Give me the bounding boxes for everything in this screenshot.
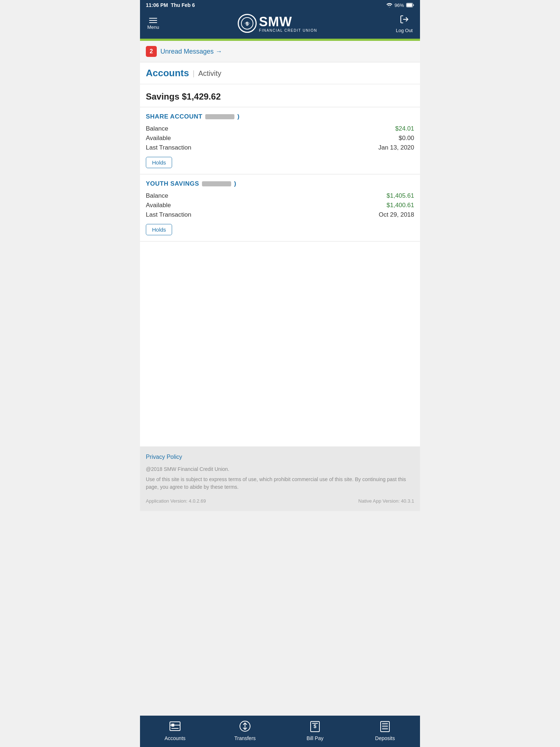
account-number-mask-2 <box>202 181 231 186</box>
youth-last-transaction-value: Oct 29, 2018 <box>379 211 414 218</box>
logout-icon <box>400 15 409 26</box>
nav-accounts-label: Accounts <box>164 735 186 741</box>
nav-bill-pay-label: Bill Pay <box>307 735 324 741</box>
deposits-icon <box>378 719 392 733</box>
bill-pay-icon: $ <box>308 719 322 733</box>
svg-rect-16 <box>382 728 388 729</box>
menu-button[interactable]: Menu <box>147 18 159 30</box>
status-bar: 11:06 PM Thu Feb 6 96% <box>140 0 420 10</box>
empty-space <box>140 511 420 716</box>
status-time: 11:06 PM Thu Feb 6 <box>146 2 195 8</box>
share-account-section: SHARE ACCOUNT ) Balance $24.01 Available… <box>140 107 420 174</box>
footer-copyright: @2018 SMW Financial Credit Union. <box>146 466 414 472</box>
logo-smw-text: SMW <box>259 15 317 28</box>
youth-savings-section: YOUTH SAVINGS ) Balance $1,405.61 Availa… <box>140 174 420 241</box>
share-holds-button[interactable]: Holds <box>146 157 172 168</box>
savings-summary: Savings $1,429.62 <box>140 84 420 107</box>
svg-rect-7 <box>171 728 179 729</box>
tabs-container: Accounts | Activity <box>140 62 420 84</box>
battery-level: 96% <box>394 3 404 8</box>
logo-icon: $ <box>241 17 254 30</box>
tab-divider: | <box>192 69 194 82</box>
unread-messages-bar[interactable]: 2 Unread Messages → <box>140 41 420 62</box>
logo: $ SMW Financial Credit Union <box>238 14 317 34</box>
account-number-mask-1 <box>205 114 234 119</box>
nav-transfers-label: Transfers <box>234 735 256 741</box>
footer: Privacy Policy @2018 SMW Financial Credi… <box>140 446 420 511</box>
battery-icon <box>406 3 414 7</box>
nav-deposits-label: Deposits <box>375 735 395 741</box>
youth-savings-name: YOUTH SAVINGS ) <box>146 180 414 187</box>
logo-fcu-text: Financial Credit Union <box>259 28 317 32</box>
nav-bill-pay[interactable]: $ Bill Pay <box>280 719 350 741</box>
app-version: Application Version: 4.0.2.69 <box>146 498 206 504</box>
privacy-policy-link[interactable]: Privacy Policy <box>146 454 414 460</box>
status-icons: 96% <box>386 3 414 8</box>
footer-versions: Application Version: 4.0.2.69 Native App… <box>146 498 414 504</box>
svg-rect-1 <box>407 4 412 7</box>
youth-last-transaction-row: Last Transaction Oct 29, 2018 <box>146 210 414 220</box>
youth-balance-value: $1,405.61 <box>386 192 414 200</box>
main-content: Savings $1,429.62 SHARE ACCOUNT ) Balanc… <box>140 84 420 446</box>
unread-badge: 2 <box>146 46 157 57</box>
header: Menu $ SMW Financial Credit Union <box>140 10 420 39</box>
svg-rect-14 <box>382 723 388 724</box>
nav-transfers[interactable]: Transfers <box>210 719 280 741</box>
savings-title: Savings $1,429.62 <box>146 92 221 101</box>
logout-label: Log Out <box>396 28 413 33</box>
logout-button[interactable]: Log Out <box>396 15 413 33</box>
youth-available-row: Available $1,400.61 <box>146 201 414 210</box>
footer-terms: Use of this site is subject to express t… <box>146 476 414 491</box>
tab-accounts[interactable]: Accounts <box>146 67 189 84</box>
unread-messages-link[interactable]: Unread Messages → <box>160 48 222 55</box>
wifi-icon <box>386 3 392 7</box>
logo-circle: $ <box>238 14 257 33</box>
hamburger-icon <box>149 18 157 23</box>
share-balance-row: Balance $24.01 <box>146 124 414 133</box>
nav-accounts[interactable]: Accounts <box>140 719 210 741</box>
menu-label: Menu <box>147 24 159 30</box>
svg-rect-12 <box>312 723 318 724</box>
share-balance-value: $24.01 <box>395 125 414 132</box>
share-last-transaction-value: Jan 13, 2020 <box>378 144 414 151</box>
nav-deposits[interactable]: Deposits <box>350 719 420 741</box>
share-account-name: SHARE ACCOUNT ) <box>146 113 414 120</box>
share-available-value: $0.00 <box>398 135 414 142</box>
bottom-nav: Accounts Transfers $ Bill Pay <box>140 716 420 747</box>
share-last-transaction-row: Last Transaction Jan 13, 2020 <box>146 143 414 152</box>
youth-available-value: $1,400.61 <box>386 202 414 209</box>
youth-balance-row: Balance $1,405.61 <box>146 191 414 201</box>
native-version: Native App Version: 40.3.1 <box>358 498 414 504</box>
svg-rect-8 <box>170 725 180 725</box>
transfers-icon <box>238 719 252 733</box>
accounts-icon <box>168 719 182 733</box>
svg-text:$: $ <box>314 723 316 729</box>
svg-rect-15 <box>382 725 388 727</box>
share-available-row: Available $0.00 <box>146 133 414 143</box>
youth-holds-button[interactable]: Holds <box>146 224 172 235</box>
tab-activity[interactable]: Activity <box>198 69 221 82</box>
